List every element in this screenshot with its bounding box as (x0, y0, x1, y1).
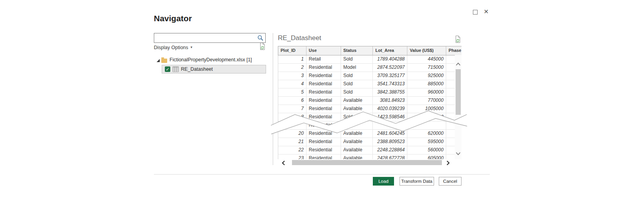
table-cell: 2388.809523 (373, 138, 407, 146)
preview-table: Plot_IDUseStatusLot_AreaValue (US$)Phase… (278, 46, 462, 159)
table-cell: Sold (341, 121, 373, 129)
table-cell: Sold (341, 72, 373, 80)
table-cell: Sold (341, 55, 373, 63)
refresh-preview-icon[interactable] (259, 42, 266, 52)
sheet-checkbox[interactable]: ✓ (165, 66, 170, 72)
table-cell: Sold (341, 80, 373, 88)
tree-expand-icon[interactable] (157, 59, 160, 62)
table-row: 20ResidentialAvailable2481.604245620000 (278, 130, 462, 138)
pane-divider (273, 33, 273, 165)
table-cell: 770000 (407, 97, 446, 105)
table-cell: 4020.039239 (373, 105, 407, 113)
footer-divider (154, 174, 490, 175)
table-cell: Residential (306, 154, 341, 159)
table-cell: Residential (306, 72, 341, 80)
table-cell: Residential (306, 138, 341, 146)
table-cell (373, 121, 407, 129)
transform-data-button[interactable]: Transform Data (400, 177, 434, 186)
table-cell: 355000 (407, 113, 446, 121)
maximize-button[interactable] (473, 10, 478, 15)
table-cell: 3709.325177 (373, 72, 407, 80)
column-header-plot-id: Plot_ID (278, 46, 306, 55)
search-icon[interactable] (257, 35, 263, 42)
refresh-preview-icon[interactable] (454, 35, 461, 45)
search-input[interactable] (156, 34, 256, 42)
table-cell: Residential (306, 97, 341, 105)
table-row: 22ResidentialAvailable2248.228864560000 (278, 146, 462, 154)
table-cell: 1423.598546 (373, 113, 407, 121)
table-cell: Residential (306, 130, 341, 138)
table-row: 3ResidentialSold3709.325177925000 (278, 72, 462, 80)
table-row: 7ResidentialAvailable4020.0392391005000 (278, 105, 462, 113)
table-row: 2ResidentialModel2874.522097715000 (278, 64, 462, 72)
table-cell: 595000 (407, 138, 446, 146)
table-body: 1RetailSold1789.4042884450002Residential… (278, 55, 462, 159)
table-cell: Available (341, 130, 373, 138)
tree-item-sheet-label: RE_Datasheet (181, 66, 213, 72)
table-header-row: Plot_IDUseStatusLot_AreaValue (US$)Phase (278, 46, 462, 55)
tree-item-sheet[interactable]: ✓ RE_Datasheet (162, 65, 266, 74)
table-cell: 1005000 (407, 105, 446, 113)
table-cell: 960000 (407, 88, 446, 96)
table-cell: 20 (278, 130, 306, 138)
vertical-scrollbar[interactable] (455, 55, 462, 159)
table-cell: 2248.228864 (373, 146, 407, 154)
table-cell: 3081.84923 (373, 97, 407, 105)
table-cell: 8 (278, 113, 306, 121)
vertical-scrollbar-thumb[interactable] (456, 69, 461, 115)
scroll-up-icon[interactable] (456, 61, 461, 68)
scroll-left-icon[interactable] (282, 160, 285, 167)
column-header-use: Use (306, 46, 341, 55)
dialog-title: Navigator (154, 14, 192, 23)
table-row: 1RetailSold1789.404288445000 (278, 55, 462, 64)
table-cell: 560000 (407, 146, 446, 154)
table-row: 21ResidentialAvailable2388.809523595000 (278, 138, 462, 146)
table-cell: 2 (278, 64, 306, 72)
table-cell: 3541.743313 (373, 80, 407, 88)
column-header-value-us-: Value (US$) (407, 46, 446, 55)
table-cell: Model (341, 64, 373, 72)
table-cell: Residential (306, 146, 341, 154)
table-cell: Available (341, 146, 373, 154)
scroll-down-icon[interactable] (456, 150, 461, 157)
table-row: 23ResidentialAvailable2428.672728605000 (278, 154, 462, 159)
scroll-right-icon[interactable] (446, 160, 450, 167)
search-box[interactable] (154, 33, 266, 43)
close-button[interactable]: × (484, 7, 489, 16)
display-options-dropdown[interactable]: Display Options▾ (154, 45, 192, 50)
column-header-phase: Phase (446, 46, 462, 55)
table-cell: 7 (278, 105, 306, 113)
table-row: ResidentialSold (278, 121, 462, 130)
table-cell: Available (341, 138, 373, 146)
table-cell: Residential (306, 80, 341, 88)
table-cell: Residential (306, 121, 341, 129)
table-cell (278, 121, 306, 129)
table-cell: Residential (306, 105, 341, 113)
table-cell: 22 (278, 146, 306, 154)
table-row: 4ResidentialSold3541.743313885000 (278, 80, 462, 88)
table-cell: Available (341, 97, 373, 105)
table-cell: Residential (306, 64, 341, 72)
horizontal-scrollbar[interactable] (279, 159, 452, 166)
table-cell: 620000 (407, 130, 446, 138)
table-cell: 3842.388755 (373, 88, 407, 96)
table-cell: 21 (278, 138, 306, 146)
cancel-button[interactable]: Cancel (439, 177, 462, 186)
table-cell: 23 (278, 154, 306, 159)
preview-title: RE_Datasheet (278, 34, 321, 42)
table-row: 8ResidentialSold1423.598546355000 (278, 113, 462, 121)
horizontal-scrollbar-thumb[interactable] (292, 160, 442, 165)
table-cell: Sold (341, 113, 373, 121)
table-cell: 445000 (407, 55, 446, 63)
tree-item-workbook[interactable]: FictionalPropertyDevelopment.xlsx [1] (170, 57, 252, 63)
table-cell: Sold (341, 88, 373, 96)
table-cell: 3 (278, 72, 306, 80)
table-cell: 1789.404288 (373, 55, 407, 63)
display-options-label: Display Options (154, 45, 188, 50)
table-cell: 605000 (407, 154, 446, 159)
table-row: 5ResidentialSold3842.388755960000 (278, 88, 462, 97)
table-cell: Residential (306, 113, 341, 121)
table-cell: 2874.522097 (373, 64, 407, 72)
table-cell: 4 (278, 80, 306, 88)
load-button[interactable]: Load (373, 177, 394, 186)
